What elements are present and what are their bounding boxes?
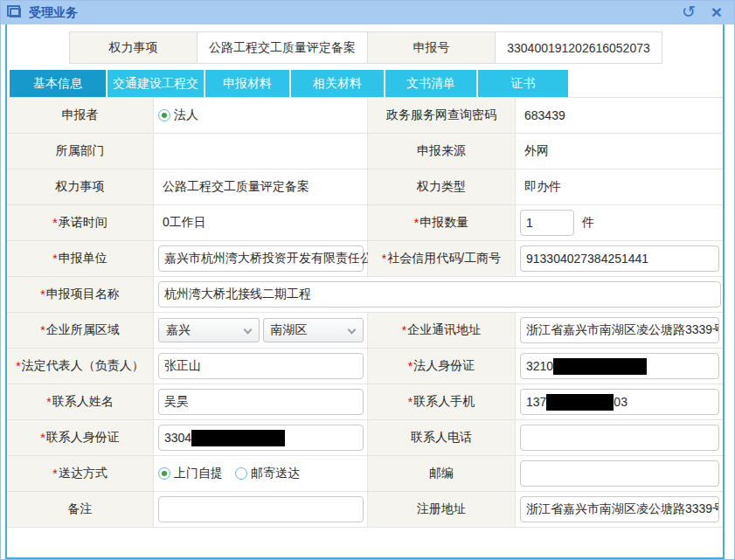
- contact-phone-label-text: 联系人电话: [411, 430, 472, 446]
- power-item-header-value: 公路工程交工质量评定备案: [197, 31, 368, 64]
- reg-address-label-text: 注册地址: [417, 501, 466, 517]
- contact-mobile-suffix: 03: [614, 395, 628, 409]
- tab-basic-info[interactable]: 基本信息: [10, 70, 106, 97]
- quantity-unit: 件: [582, 215, 594, 231]
- company-address-label: *企业通讯地址: [368, 313, 516, 349]
- close-icon[interactable]: ×: [706, 1, 727, 24]
- delivery-pickup-label: 上门自提: [174, 466, 223, 481]
- postcode-label-text: 邮编: [429, 466, 454, 481]
- window-titlebar: 受理业务 ↺ ×: [1, 1, 734, 24]
- required-marker: *: [414, 216, 419, 230]
- legal-person-radio[interactable]: [158, 109, 170, 121]
- contact-mobile-field: 137 03: [516, 384, 723, 420]
- quantity-label-text: 申报数量: [420, 215, 468, 231]
- project-name-label: *申报项目名称: [7, 277, 154, 313]
- declare-source-field: 外网: [516, 134, 723, 169]
- tab-bar: 基本信息 交通建设工程交 申报材料 相关材料 文书清单 证书: [10, 70, 568, 97]
- delivery-label: *送达方式: [7, 456, 154, 492]
- tab-declare-materials[interactable]: 申报材料: [205, 70, 289, 97]
- required-marker: *: [40, 287, 45, 301]
- legal-person-input[interactable]: 张正山: [158, 353, 364, 379]
- postcode-label: 邮编: [368, 456, 516, 492]
- promise-time-label-text: 承诺时间: [59, 215, 107, 231]
- reg-address-input[interactable]: 浙江省嘉兴市南湖区凌公塘路3339号（嘉: [520, 496, 719, 522]
- gov-password-field: 683439: [516, 98, 723, 134]
- refresh-icon[interactable]: ↺: [678, 1, 699, 24]
- contact-phone-input[interactable]: [520, 425, 719, 451]
- window-title: 受理业务: [29, 5, 78, 21]
- contact-mobile-input[interactable]: 137 03: [520, 389, 719, 415]
- region-label-text: 企业所属区域: [46, 322, 120, 338]
- company-address-value: 浙江省嘉兴市南湖区凌公塘路3339号（嘉: [526, 322, 719, 338]
- credit-code-input[interactable]: 913304027384251441: [520, 245, 719, 272]
- delivery-mail-label: 邮寄送达: [251, 466, 300, 481]
- required-marker: *: [52, 216, 57, 230]
- contact-id-input[interactable]: 3304: [158, 425, 364, 451]
- delivery-label-text: 送达方式: [59, 466, 107, 481]
- required-marker: *: [382, 252, 386, 266]
- tab-traffic-construction[interactable]: 交通建设工程交: [107, 70, 204, 97]
- declarer-label: 申报者: [7, 98, 154, 134]
- declare-source-label: 申报来源: [368, 134, 516, 169]
- reg-address-field: 浙江省嘉兴市南湖区凌公塘路3339号（嘉: [516, 492, 723, 528]
- credit-code-value: 913304027384251441: [526, 252, 648, 266]
- legal-person-value: 张正山: [164, 358, 201, 374]
- postcode-field: [516, 456, 723, 492]
- legal-id-input[interactable]: 3210: [520, 353, 719, 379]
- region-city-value: 嘉兴: [166, 322, 191, 338]
- accept-business-window: 受理业务 ↺ × 权力事项 公路工程交工质量评定备案 申报号 330400191…: [0, 0, 735, 560]
- region-district-value: 南湖区: [271, 322, 308, 338]
- power-type-value: 即办件: [520, 179, 561, 195]
- delivery-pickup-radio[interactable]: [158, 467, 170, 480]
- company-address-input[interactable]: 浙江省嘉兴市南湖区凌公塘路3339号（嘉: [520, 317, 719, 343]
- credit-code-label: *社会信用代码/工商号: [368, 241, 516, 277]
- company-address-label-text: 企业通讯地址: [407, 322, 481, 338]
- gov-password-label: 政务服务网查询密码: [368, 98, 516, 134]
- delivery-mail-radio[interactable]: [235, 467, 247, 480]
- postcode-input[interactable]: [520, 460, 719, 487]
- legal-id-prefix: 3210: [526, 359, 553, 373]
- promise-time-value: 0工作日: [158, 215, 206, 231]
- legal-person-label: *法定代表人（负责人）: [7, 349, 154, 384]
- reg-address-label: 注册地址: [368, 492, 516, 528]
- remark-input[interactable]: [158, 496, 364, 522]
- tab-document-list[interactable]: 文书清单: [385, 70, 476, 97]
- power-item-label-text: 权力事项: [56, 179, 105, 195]
- power-type-field: 即办件: [516, 169, 723, 205]
- required-marker: *: [40, 323, 45, 337]
- region-district-select[interactable]: 南湖区: [263, 318, 364, 342]
- contact-name-input[interactable]: 吴昊: [158, 389, 364, 415]
- tab-certificate[interactable]: 证书: [478, 70, 568, 97]
- legal-id-label: *法人身份证: [368, 349, 516, 384]
- quantity-input[interactable]: 1: [520, 210, 574, 236]
- required-marker: *: [408, 395, 413, 409]
- redaction-block: [553, 358, 647, 375]
- delivery-field: 上门自提 邮寄送达: [154, 456, 368, 492]
- region-label: *企业所属区域: [7, 313, 154, 349]
- credit-code-label-text: 社会信用代码/工商号: [387, 251, 501, 266]
- required-marker: *: [402, 323, 406, 337]
- legal-person-radio-label: 法人: [174, 107, 198, 123]
- tab-related-materials[interactable]: 相关材料: [291, 70, 384, 97]
- company-address-field: 浙江省嘉兴市南湖区凌公塘路3339号（嘉: [516, 313, 723, 349]
- contact-phone-field: [516, 420, 723, 456]
- legal-person-label-text: 法定代表人（负责人）: [22, 358, 144, 374]
- quantity-label: *申报数量: [368, 205, 516, 241]
- promise-time-label: *承诺时间: [7, 205, 154, 241]
- chevron-down-icon: [243, 326, 252, 335]
- required-marker: *: [52, 467, 57, 480]
- declare-number-value: 330400191202616052073: [495, 31, 662, 64]
- declarer-field: 法人: [154, 98, 368, 134]
- header-row: 权力事项 公路工程交工质量评定备案 申报号 330400191202616052…: [69, 31, 662, 64]
- declare-unit-label: *申报单位: [7, 241, 154, 277]
- legal-id-label-text: 法人身份证: [413, 358, 475, 374]
- region-city-select[interactable]: 嘉兴: [158, 318, 260, 342]
- contact-id-prefix: 3304: [164, 431, 191, 445]
- contact-name-label-text: 联系人姓名: [52, 394, 114, 410]
- declare-unit-field: 嘉兴市杭州湾大桥投资开发有限责任公司: [154, 241, 368, 277]
- required-marker: *: [408, 359, 413, 373]
- project-name-input[interactable]: 杭州湾大桥北接线二期工程: [158, 281, 721, 308]
- declare-unit-input[interactable]: 嘉兴市杭州湾大桥投资开发有限责任公司: [158, 245, 364, 272]
- department-field: [154, 134, 368, 169]
- remark-field: [154, 492, 368, 528]
